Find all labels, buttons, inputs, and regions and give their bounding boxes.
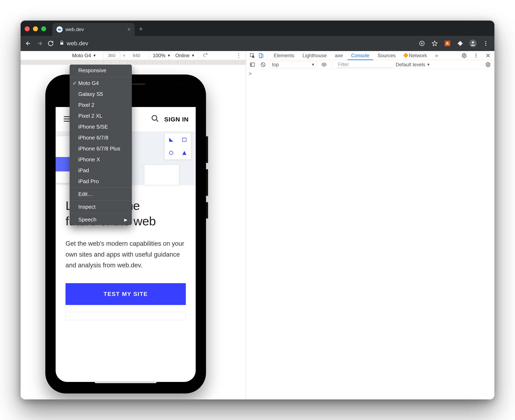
url-display[interactable]: web.dev: [59, 40, 88, 47]
log-levels-label: Default levels: [396, 62, 425, 68]
chevron-down-icon: ▼: [191, 54, 195, 57]
dropdown-inspect[interactable]: Inspect: [70, 202, 132, 212]
svg-point-5: [152, 115, 157, 120]
dropdown-device-ipad[interactable]: iPad: [70, 165, 132, 176]
close-devtools-icon[interactable]: [484, 52, 492, 60]
throttle-selector[interactable]: Online ▼: [175, 53, 195, 59]
device-mode-pane: Moto G4 ▼ 360 × 640 100% ▼ Online ▼: [21, 51, 246, 399]
illustration-card: [144, 165, 179, 185]
dropdown-device-moto-g4[interactable]: Moto G4: [70, 78, 132, 89]
phone-home-bar: [95, 381, 157, 383]
console-output[interactable]: >: [246, 69, 495, 399]
dropdown-edit[interactable]: Edit…: [70, 189, 132, 200]
devtools-tab-console[interactable]: Console: [347, 51, 373, 60]
device-toolbar: Moto G4 ▼ 360 × 640 100% ▼ Online ▼: [21, 51, 246, 60]
device-selector[interactable]: Moto G4 ▼: [72, 53, 96, 59]
clear-console-icon[interactable]: [259, 61, 267, 68]
phone-side-button: [206, 202, 208, 218]
dropdown-device-galaxy-s5[interactable]: Galaxy S5: [70, 89, 132, 100]
inspect-element-icon[interactable]: [248, 52, 256, 60]
svg-point-4: [485, 45, 486, 46]
svg-point-13: [476, 55, 477, 56]
dropdown-device-iphone-678[interactable]: iPhone 6/7/8: [70, 132, 132, 143]
dropdown-device-ipad-pro[interactable]: iPad Pro: [70, 176, 132, 187]
svg-point-7: [169, 151, 173, 155]
context-selector[interactable]: top ▼: [270, 61, 317, 68]
dropdown-responsive[interactable]: Responsive: [70, 65, 132, 76]
dropdown-device-pixel-2[interactable]: Pixel 2: [70, 100, 132, 111]
dropdown-device-iphone-x[interactable]: iPhone X: [70, 154, 132, 165]
svg-rect-6: [183, 138, 186, 141]
svg-point-12: [476, 53, 477, 54]
chrome-menu-icon[interactable]: [482, 40, 490, 47]
devtools-tab-sources[interactable]: Sources: [374, 51, 400, 60]
console-prompt: >: [249, 71, 252, 76]
console-settings-icon[interactable]: [484, 61, 492, 68]
secondary-input[interactable]: [66, 312, 186, 320]
svg-point-17: [323, 64, 325, 65]
devtools-tabs: Elements Lighthouse axe Console Sources …: [246, 51, 495, 60]
devtools-tabs-overflow[interactable]: »: [431, 51, 442, 60]
tab-close-icon[interactable]: ×: [127, 26, 131, 33]
console-sidebar-icon[interactable]: [248, 61, 256, 68]
tab-title: web.dev: [66, 27, 84, 32]
dropdown-speech[interactable]: Speech ▶: [70, 214, 132, 225]
maximize-window-button[interactable]: [41, 26, 46, 31]
viewport-width-input[interactable]: 360: [103, 52, 120, 59]
svg-point-11: [463, 55, 465, 56]
reload-button[interactable]: [46, 39, 55, 48]
address-bar: web.dev 🔔: [21, 36, 494, 51]
devtools-tab-lighthouse[interactable]: Lighthouse: [299, 51, 331, 60]
back-button[interactable]: [24, 39, 33, 48]
extensions-icon[interactable]: [456, 40, 464, 47]
rotate-icon[interactable]: [202, 52, 208, 59]
svg-point-18: [487, 64, 489, 65]
browser-window: web.dev × + web.dev 🔔: [21, 21, 494, 399]
profile-avatar[interactable]: [469, 40, 477, 47]
warning-icon: [403, 53, 408, 58]
device-dropdown: Responsive Moto G4 Galaxy S5 Pixel 2 Pix…: [70, 65, 132, 225]
settings-icon[interactable]: [460, 52, 468, 60]
devtools-menu-icon[interactable]: [472, 52, 480, 60]
lock-icon: [59, 40, 64, 47]
dropdown-device-pixel-2-xl[interactable]: Pixel 2 XL: [70, 111, 132, 121]
phone-side-button: [206, 136, 208, 163]
dropdown-device-iphone-678-plus[interactable]: iPhone 6/7/8 Plus: [70, 143, 132, 154]
sign-in-link[interactable]: SIGN IN: [164, 116, 189, 123]
svg-point-14: [476, 57, 477, 57]
url-text: web.dev: [67, 40, 88, 47]
viewport-height-input[interactable]: 640: [128, 52, 145, 59]
device-menu-icon[interactable]: ⋮: [236, 52, 242, 59]
close-window-button[interactable]: [25, 26, 30, 31]
zoom-selector[interactable]: 100% ▼: [153, 53, 171, 59]
device-toggle-icon[interactable]: [257, 52, 265, 60]
search-icon[interactable]: [151, 114, 159, 124]
console-toolbar: top ▼ Filter Default levels ▼: [246, 60, 495, 69]
test-my-site-button[interactable]: TEST MY SITE: [66, 283, 186, 305]
hero-body: Get the web's modern capabilities on you…: [66, 238, 186, 271]
chevron-down-icon: ▼: [311, 63, 315, 67]
console-filter-input[interactable]: Filter: [337, 61, 393, 68]
log-levels-selector[interactable]: Default levels ▼: [396, 62, 430, 68]
add-page-icon[interactable]: [418, 40, 426, 47]
devtools-tab-elements[interactable]: Elements: [270, 51, 298, 60]
chevron-down-icon: ▼: [167, 54, 171, 57]
window-controls: [25, 26, 46, 31]
browser-tab[interactable]: web.dev ×: [52, 23, 135, 36]
svg-point-2: [485, 41, 486, 42]
dropdown-device-iphone-5-se[interactable]: iPhone 5/SE: [70, 121, 132, 132]
context-label: top: [272, 62, 279, 68]
minimize-window-button[interactable]: [33, 26, 38, 31]
devtools-pane: Elements Lighthouse axe Console Sources …: [246, 51, 495, 399]
extension-red-icon[interactable]: 🔔: [444, 40, 451, 47]
bookmark-icon[interactable]: [431, 40, 438, 47]
devtools-tab-network[interactable]: Network: [400, 51, 431, 60]
tab-strip: web.dev × +: [21, 21, 494, 36]
throttle-label: Online: [175, 53, 190, 59]
tab-favicon: [56, 26, 63, 32]
chevron-down-icon: ▼: [427, 63, 430, 67]
new-tab-button[interactable]: +: [139, 25, 143, 33]
devtools-tab-axe[interactable]: axe: [331, 51, 347, 60]
live-expression-icon[interactable]: [320, 61, 328, 68]
forward-button[interactable]: [35, 39, 44, 48]
